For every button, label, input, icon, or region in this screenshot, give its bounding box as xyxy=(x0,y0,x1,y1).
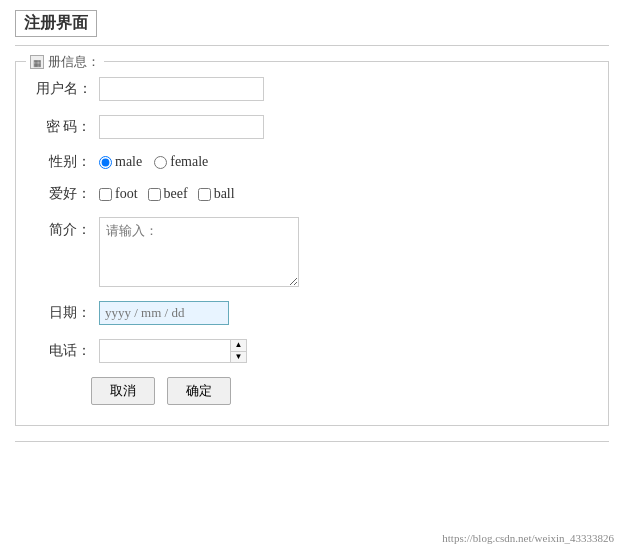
password-input[interactable] xyxy=(99,115,264,139)
confirm-button[interactable]: 确定 xyxy=(167,377,231,405)
gender-label: 性别： xyxy=(36,153,91,171)
hobby-row: 爱好： foot beef ball xyxy=(36,185,588,203)
intro-label: 简介： xyxy=(36,221,91,239)
gender-male-label: male xyxy=(115,154,142,170)
username-row: 用户名： xyxy=(36,77,588,101)
gender-male-radio[interactable] xyxy=(99,156,112,169)
bottom-divider xyxy=(15,441,609,442)
intro-row: 简介： xyxy=(36,217,588,287)
gender-radio-group: male female xyxy=(99,154,208,170)
fieldset-legend: ▦ 册信息： xyxy=(26,53,104,71)
top-divider xyxy=(15,45,609,46)
password-label: 密 码： xyxy=(36,118,91,136)
phone-label: 电话： xyxy=(36,342,91,360)
hobby-foot-label: foot xyxy=(115,186,138,202)
date-input[interactable] xyxy=(99,301,229,325)
page-wrapper: 注册界面 ▦ 册信息： 用户名： 密 码： 性别： male xyxy=(0,0,624,452)
password-row: 密 码： xyxy=(36,115,588,139)
gender-female-radio[interactable] xyxy=(154,156,167,169)
gender-male-option[interactable]: male xyxy=(99,154,142,170)
phone-spinner: ▲ ▼ xyxy=(230,340,246,362)
hobby-foot-checkbox[interactable] xyxy=(99,188,112,201)
date-label: 日期： xyxy=(36,304,91,322)
footer-link: https://blog.csdn.net/weixin_43333826 xyxy=(442,532,614,544)
date-row: 日期： xyxy=(36,301,588,325)
page-title: 注册界面 xyxy=(15,10,97,37)
hobby-ball-label: ball xyxy=(214,186,235,202)
username-label: 用户名： xyxy=(36,80,91,98)
hobby-beef-label: beef xyxy=(164,186,188,202)
hobby-ball-option[interactable]: ball xyxy=(198,186,235,202)
hobby-beef-option[interactable]: beef xyxy=(148,186,188,202)
phone-wrapper: ▲ ▼ xyxy=(99,339,247,363)
phone-input[interactable] xyxy=(100,340,230,362)
gender-female-label: female xyxy=(170,154,208,170)
intro-textarea[interactable] xyxy=(99,217,299,287)
hobby-foot-option[interactable]: foot xyxy=(99,186,138,202)
hobby-beef-checkbox[interactable] xyxy=(148,188,161,201)
hobby-checkbox-group: foot beef ball xyxy=(99,186,235,202)
hobby-ball-checkbox[interactable] xyxy=(198,188,211,201)
gender-female-option[interactable]: female xyxy=(154,154,208,170)
hobby-label: 爱好： xyxy=(36,185,91,203)
phone-spinner-down[interactable]: ▼ xyxy=(231,352,246,363)
phone-spinner-up[interactable]: ▲ xyxy=(231,340,246,352)
legend-icon: ▦ xyxy=(30,55,44,69)
phone-row: 电话： ▲ ▼ xyxy=(36,339,588,363)
username-input[interactable] xyxy=(99,77,264,101)
gender-row: 性别： male female xyxy=(36,153,588,171)
cancel-button[interactable]: 取消 xyxy=(91,377,155,405)
form-section: ▦ 册信息： 用户名： 密 码： 性别： male female xyxy=(15,61,609,426)
button-row: 取消 确定 xyxy=(36,377,588,405)
title-bar: 注册界面 xyxy=(15,10,609,37)
legend-text: 册信息： xyxy=(48,53,100,71)
